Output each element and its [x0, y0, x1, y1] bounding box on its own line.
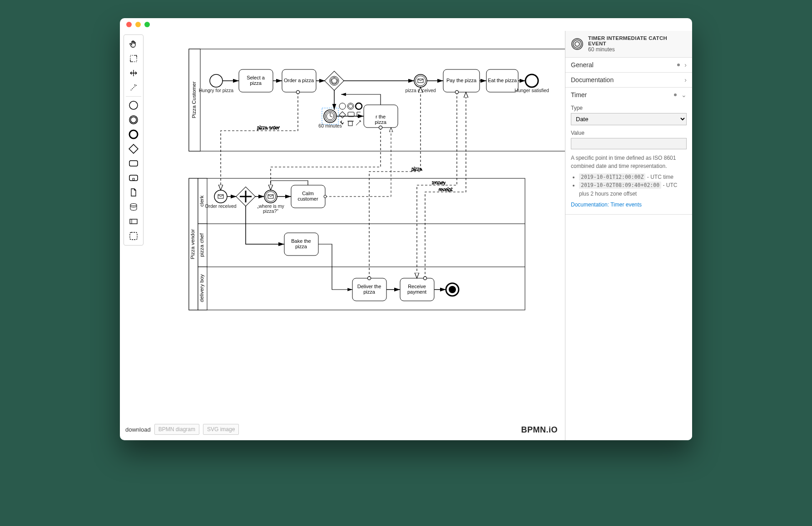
- svg-rect-7: [129, 175, 138, 181]
- chevron-right-icon: ›: [684, 76, 687, 84]
- pool-vendor-label: Pizza vendor: [190, 229, 195, 260]
- lane-clerk-label: clerk: [199, 196, 204, 207]
- msgflow-label: receipt: [439, 187, 452, 192]
- chevron-right-icon: ›: [684, 61, 687, 69]
- svg-rect-8: [133, 178, 134, 180]
- app-window: Pizza Customer Pizza vendor clerk pizza …: [120, 18, 692, 440]
- svg-text:Pay the pizza: Pay the pizza: [446, 78, 477, 83]
- window-titlebar: [120, 18, 692, 31]
- svg-rect-0: [130, 55, 137, 62]
- properties-header: TIMER INTERMEDIATE CATCH EVENT 60 minute…: [565, 31, 692, 58]
- msgflow-label: pizza: [411, 167, 422, 172]
- connect-tool[interactable]: [126, 80, 141, 95]
- timer-value-input[interactable]: [571, 138, 687, 149]
- close-window-button[interactable]: [126, 22, 132, 27]
- value-field-label: Value: [571, 130, 687, 136]
- properties-title: TIMER INTERMEDIATE CATCH EVENT: [588, 35, 687, 46]
- svg-text:pizza: pizza: [375, 119, 387, 125]
- svg-point-50: [356, 103, 362, 109]
- properties-panel: TIMER INTERMEDIATE CATCH EVENT 60 minute…: [565, 31, 692, 440]
- task-order-pizza[interactable]: Order a pizza: [282, 69, 316, 92]
- task-pay-pizza[interactable]: Pay the pizza: [443, 69, 480, 92]
- subprocess-tool[interactable]: [126, 171, 141, 185]
- timer-event-label: 60 minutes: [318, 123, 342, 128]
- start-event-tool[interactable]: [126, 98, 141, 113]
- svg-text:Receivepayment: Receivepayment: [407, 284, 426, 295]
- task-bake-pizza[interactable]: Bake thepizza Bake the pizza: [284, 233, 318, 256]
- properties-subtitle: 60 minutes: [588, 46, 687, 53]
- svg-point-9: [130, 204, 137, 206]
- lane-delivery-label: delivery boy: [199, 274, 204, 302]
- timer-event-icon: [571, 38, 584, 50]
- svg-point-40: [525, 74, 538, 87]
- task-deliver-pizza[interactable]: Deliver thepizza Deliver the pizza: [352, 278, 386, 301]
- diagram-canvas[interactable]: Pizza Customer Pizza vendor clerk pizza …: [144, 31, 565, 440]
- section-documentation-label: Documentation: [571, 76, 614, 84]
- brand-logo: BPMN.iO: [521, 425, 558, 435]
- content-area: Pizza Customer Pizza vendor clerk pizza …: [120, 31, 692, 440]
- download-bar: download BPMN diagram SVG image: [125, 424, 239, 435]
- gateway-tool[interactable]: [126, 142, 141, 156]
- download-label: download: [125, 426, 151, 433]
- download-bpmn-button[interactable]: BPMN diagram: [154, 424, 199, 435]
- lane-chef-label: pizza chef: [199, 233, 204, 257]
- maximize-window-button[interactable]: [144, 22, 150, 27]
- section-documentation[interactable]: Documentation ›: [565, 73, 692, 88]
- group-tool[interactable]: [126, 229, 141, 243]
- svg-point-3: [131, 117, 137, 123]
- hand-tool[interactable]: [126, 37, 141, 51]
- task-select-pizza[interactable]: Select apizza Select a pizza: [239, 69, 273, 92]
- tool-palette: [124, 34, 144, 246]
- task-eat-pizza[interactable]: Eat the pizza: [486, 69, 518, 92]
- svg-point-1: [129, 101, 138, 109]
- data-object-tool[interactable]: [126, 185, 141, 200]
- svg-rect-12: [130, 232, 137, 240]
- timer-type-select[interactable]: Date: [571, 113, 687, 125]
- dot-indicator-icon: [677, 64, 680, 66]
- svg-point-4: [129, 130, 138, 138]
- lasso-tool[interactable]: [126, 51, 141, 66]
- minimize-window-button[interactable]: [135, 22, 141, 27]
- dot-indicator-icon: [674, 93, 677, 96]
- end-event-terminate[interactable]: [446, 283, 459, 296]
- section-timer-toggle[interactable]: Timer ⌄: [565, 88, 692, 102]
- timer-help-text: A specific point in time defined as ISO …: [571, 154, 687, 209]
- section-timer: Timer ⌄ Type Date Value A specific point…: [565, 88, 692, 215]
- svg-point-47: [339, 103, 346, 109]
- pool-tool[interactable]: [126, 214, 141, 229]
- download-svg-button[interactable]: SVG image: [203, 424, 239, 435]
- msgflow-label: pizza order: [257, 125, 280, 130]
- chevron-down-icon: ⌄: [681, 91, 687, 98]
- end-event-label: Hunger satisfied: [515, 88, 549, 93]
- task-receive-payment[interactable]: Receivepayment Receive payment: [400, 278, 434, 301]
- svg-rect-6: [129, 161, 138, 166]
- svg-text:Order a pizza: Order a pizza: [284, 78, 314, 83]
- context-pad-append-event[interactable]: [339, 103, 346, 109]
- event-label: Order received: [205, 203, 237, 209]
- end-event-tool[interactable]: [126, 127, 141, 142]
- context-pad-append-intermediate[interactable]: [347, 103, 354, 109]
- section-timer-label: Timer: [571, 91, 587, 98]
- type-field-label: Type: [571, 105, 687, 111]
- svg-point-82: [449, 286, 456, 293]
- pool-customer[interactable]: Pizza Customer: [189, 49, 565, 151]
- pool-customer-label: Pizza Customer: [191, 81, 197, 118]
- timer-doc-link[interactable]: Documentation: Timer events: [571, 202, 642, 208]
- msgflow-label: money: [432, 180, 446, 185]
- task-calm-customer[interactable]: Calmcustomer Calm customer: [291, 185, 325, 208]
- section-general[interactable]: General ›: [565, 58, 692, 73]
- start-event-label: Hungry for pizza: [199, 88, 234, 93]
- task-tool[interactable]: [126, 156, 141, 171]
- intermediate-event-tool[interactable]: [126, 113, 141, 127]
- task-ask-pizza[interactable]: r the pizza Ask for the pizza: [364, 105, 398, 128]
- space-tool[interactable]: [126, 66, 141, 80]
- svg-rect-10: [130, 219, 137, 224]
- svg-point-84: [573, 40, 581, 48]
- svg-text:r the: r the: [376, 114, 386, 119]
- svg-point-85: [575, 42, 579, 46]
- svg-rect-5: [129, 144, 138, 153]
- svg-point-23: [210, 74, 223, 87]
- context-pad-append-end[interactable]: [356, 103, 362, 109]
- data-store-tool[interactable]: [126, 200, 141, 214]
- section-general-label: General: [571, 61, 594, 69]
